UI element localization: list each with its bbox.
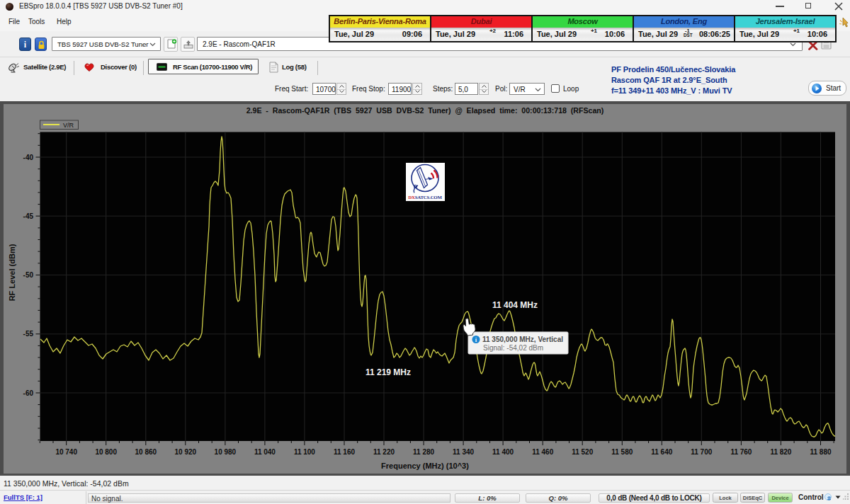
svg-text:11 160: 11 160 bbox=[334, 448, 355, 456]
svg-text:11 219 MHz: 11 219 MHz bbox=[366, 367, 411, 377]
svg-text:11 280: 11 280 bbox=[413, 448, 434, 456]
svg-text:11 580: 11 580 bbox=[611, 448, 633, 456]
svg-text:DXSATCS.COM: DXSATCS.COM bbox=[408, 195, 442, 200]
svg-text:11 880: 11 880 bbox=[810, 448, 831, 456]
svg-text:-45: -45 bbox=[23, 212, 34, 220]
svg-text:Signal: -54,02 dBm: Signal: -54,02 dBm bbox=[483, 344, 543, 352]
svg-text:-60: -60 bbox=[23, 389, 34, 397]
svg-text:V/R: V/R bbox=[63, 122, 74, 129]
svg-text:11 404 MHz: 11 404 MHz bbox=[492, 300, 538, 310]
svg-text:11 520: 11 520 bbox=[572, 448, 593, 456]
svg-text:Frequency (MHz) (10^3): Frequency (MHz) (10^3) bbox=[381, 462, 469, 470]
svg-text:11 040: 11 040 bbox=[254, 448, 276, 456]
svg-text:11 400: 11 400 bbox=[492, 448, 514, 456]
svg-text:-40: -40 bbox=[23, 154, 34, 161]
svg-text:11 820: 11 820 bbox=[770, 448, 791, 456]
svg-text:10 740: 10 740 bbox=[55, 448, 77, 456]
svg-text:11 760: 11 760 bbox=[730, 448, 752, 456]
svg-text:-55: -55 bbox=[23, 330, 34, 338]
svg-text:11 100: 11 100 bbox=[294, 448, 315, 456]
svg-text:11 640: 11 640 bbox=[651, 448, 672, 456]
svg-text:11 340: 11 340 bbox=[453, 448, 474, 456]
svg-text:11 460: 11 460 bbox=[532, 448, 553, 456]
svg-text:RF Level (dBm): RF Level (dBm) bbox=[8, 244, 16, 301]
svg-text:11 700: 11 700 bbox=[691, 448, 712, 456]
svg-text:10 800: 10 800 bbox=[95, 448, 117, 456]
svg-text:10 980: 10 980 bbox=[215, 448, 237, 456]
svg-text:2.9E - Rascom-QAF1R (TBS 5: 2.9E - Rascom-QAF1R (TBS 5927 USB DVB-S2… bbox=[246, 106, 604, 115]
svg-text:-50: -50 bbox=[23, 271, 34, 279]
svg-text:10 920: 10 920 bbox=[175, 448, 197, 456]
svg-text:11 220: 11 220 bbox=[373, 448, 395, 456]
svg-text:10 860: 10 860 bbox=[135, 448, 157, 456]
svg-text:11 350,000 MHz, Vertical: 11 350,000 MHz, Vertical bbox=[482, 336, 563, 343]
